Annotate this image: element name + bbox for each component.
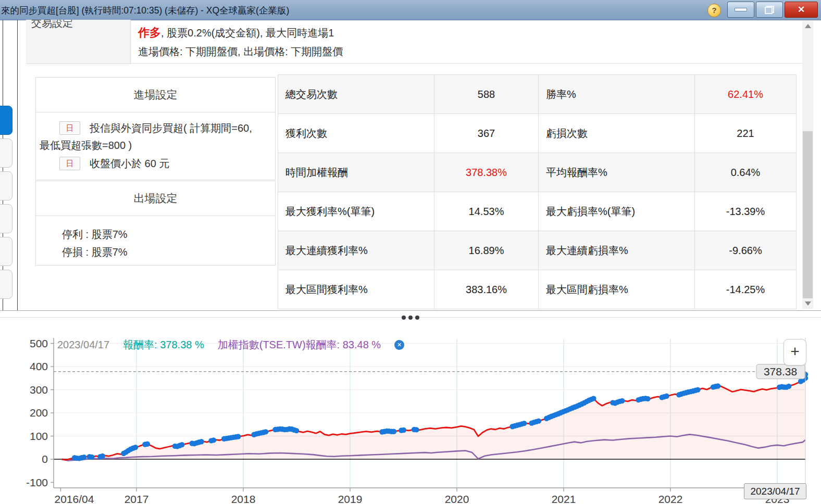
arrow-down-icon — [805, 301, 811, 306]
splitter-handle-icon[interactable] — [402, 316, 419, 320]
period-badge-daily: 日 — [59, 157, 80, 170]
svg-text:-100: -100 — [26, 476, 48, 488]
stat-label: 時間加權報酬 — [278, 153, 434, 192]
vertical-scrollbar[interactable] — [802, 21, 813, 309]
entry-condition-1: 日投信與外資同步買超( 計算期間=60, 最低買超張數=800 ) — [40, 120, 270, 154]
svg-text:2022: 2022 — [658, 493, 683, 504]
sidebar-tab-6[interactable] — [0, 270, 13, 299]
legend-date: 2023/04/17 — [57, 339, 109, 351]
sidebar-tab-2[interactable] — [0, 138, 13, 168]
exit-settings-panel: 出場設定 停利 : 股票7% 停損 : 股票7% — [35, 181, 276, 266]
stat-value: 367 — [434, 114, 539, 153]
stat-label: 最大連續獲利率% — [278, 231, 434, 270]
take-profit-rule: 停利 : 股票7% — [62, 225, 270, 243]
x-axis-cursor-label: 2023/04/17 — [744, 483, 806, 499]
scrollbar-thumb[interactable] — [803, 131, 813, 308]
entry-condition-1-text2: 最低買超張數=800 ) — [40, 137, 270, 154]
table-row: 最大區間獲利率% 383.16% 最大區間虧損率% -14.25% — [278, 270, 797, 309]
stat-value: -13.39% — [695, 192, 797, 231]
legend-return: 報酬率: 378.38 % — [123, 338, 204, 352]
stat-label: 最大區間虧損率% — [539, 270, 695, 309]
arrow-up-icon — [805, 24, 811, 28]
sidebar-tab-5[interactable] — [0, 237, 13, 266]
stop-loss-rule: 停損 : 股票7% — [62, 243, 270, 261]
minimize-icon — [735, 8, 747, 11]
backtest-stats-table: 總交易次數 588 勝率% 62.41% 獲利次數 367 虧損次數 221 時… — [278, 74, 797, 309]
trade-settings-line2: 進場價格: 下期開盤價, 出場價格: 下期開盤價 — [138, 45, 343, 59]
svg-text:200: 200 — [30, 407, 48, 419]
svg-text:2017: 2017 — [125, 493, 149, 504]
close-button[interactable]: ✕ — [785, 2, 818, 18]
entry-condition-1-text: 投信與外資同步買超( 計算期間=60, — [90, 122, 252, 134]
svg-text:300: 300 — [30, 384, 48, 396]
chart-legend: 2023/04/17 報酬率: 378.38 % 加權指數(TSE.TW)報酬率… — [57, 338, 404, 352]
window-title: 來的同步買超[台股] (執行時間:07:10:35) (未儲存) - XQ全球贏… — [1, 4, 289, 17]
legend-close-icon[interactable]: ✕ — [394, 340, 404, 350]
table-row: 獲利次數 367 虧損次數 221 — [278, 114, 797, 153]
entry-settings-title: 進場設定 — [36, 78, 275, 112]
scroll-down-button[interactable] — [802, 298, 813, 309]
stat-value: 378.38% — [434, 153, 539, 192]
table-row: 時間加權報酬 378.38% 平均報酬率% 0.64% — [278, 153, 797, 192]
period-badge-daily: 日 — [59, 121, 80, 135]
svg-text:2020: 2020 — [445, 493, 469, 504]
svg-text:2021: 2021 — [552, 493, 576, 504]
entry-condition-2-text: 收盤價小於 60 元 — [90, 158, 169, 169]
svg-text:2019: 2019 — [338, 493, 363, 504]
restore-button[interactable] — [756, 2, 783, 18]
panel-splitter[interactable] — [0, 310, 821, 325]
table-row: 總交易次數 588 勝率% 62.41% — [278, 75, 797, 114]
equity-curve-panel: 378.385004003002001000-1002016/042017201… — [0, 324, 821, 504]
entry-settings-panel: 進場設定 日投信與外資同步買超( 計算期間=60, 最低買超張數=800 ) 日… — [35, 77, 276, 180]
scroll-up-button[interactable] — [802, 21, 813, 31]
sidebar-tab-active[interactable] — [0, 106, 13, 135]
stat-value: -14.25% — [695, 270, 797, 309]
app-window: { "window": { "title": "來的同步買超[台股] (執行時間… — [0, 0, 821, 504]
svg-text:2016/04: 2016/04 — [54, 493, 94, 504]
svg-text:100: 100 — [30, 430, 48, 442]
stat-value: -9.66% — [695, 231, 797, 270]
window-controls: ✕ — [727, 2, 818, 18]
zoom-in-button[interactable]: + — [783, 339, 806, 366]
stat-value: 383.16% — [434, 270, 539, 309]
stat-label: 最大連續虧損率% — [539, 231, 695, 270]
table-row: 最大連續獲利率% 16.89% 最大連續虧損率% -9.66% — [278, 231, 797, 270]
svg-text:400: 400 — [30, 360, 48, 372]
svg-text:2018: 2018 — [231, 493, 256, 504]
stat-label: 總交易次數 — [278, 75, 434, 114]
entry-condition-2: 日收盤價小於 60 元 — [40, 155, 270, 172]
exit-rules: 停利 : 股票7% 停損 : 股票7% — [36, 216, 275, 269]
stat-value: 588 — [434, 75, 539, 114]
stat-label: 獲利次數 — [278, 114, 434, 153]
stat-label: 最大獲利率%(單筆) — [278, 192, 434, 231]
legend-benchmark: 加權指數(TSE.TW)報酬率: 83.48 % — [218, 338, 381, 352]
table-row: 最大獲利率%(單筆) 14.53% 最大虧損率%(單筆) -13.39% — [278, 192, 797, 231]
stat-label: 最大區間獲利率% — [278, 270, 434, 309]
close-icon: ✕ — [798, 4, 805, 15]
sidebar-tab-3[interactable] — [0, 171, 13, 200]
stat-label: 平均報酬率% — [539, 153, 695, 192]
titlebar: 來的同步買超[台股] (執行時間:07:10:35) (未儲存) - XQ全球贏… — [0, 0, 821, 20]
trade-settings-line1: 作多, 股票0.2%(成交金額), 最大同時進場1 — [138, 25, 334, 41]
svg-text:500: 500 — [30, 337, 48, 349]
trade-settings-line1-rest: , 股票0.2%(成交金額), 最大同時進場1 — [161, 27, 334, 39]
help-icon[interactable]: ? — [707, 4, 721, 17]
stat-value: 16.89% — [434, 231, 539, 270]
stat-label: 最大虧損率%(單筆) — [539, 192, 695, 231]
restore-icon — [765, 6, 774, 14]
stat-value: 14.53% — [434, 192, 539, 231]
stat-value: 221 — [695, 114, 797, 153]
trade-settings-label-cell: 交易設定 — [26, 20, 131, 64]
svg-text:0: 0 — [42, 453, 48, 465]
svg-text:378.38: 378.38 — [764, 366, 797, 377]
trade-settings-label: 交易設定 — [31, 20, 130, 30]
stat-label: 虧損次數 — [539, 114, 695, 153]
sidebar-tab-4[interactable] — [0, 204, 13, 233]
trade-direction: 作多 — [138, 26, 161, 39]
exit-settings-title: 出場設定 — [36, 181, 275, 216]
row-divider — [130, 63, 802, 64]
minimize-button[interactable] — [727, 2, 754, 18]
stat-label: 勝率% — [539, 75, 695, 114]
entry-conditions: 日投信與外資同步買超( 計算期間=60, 最低買超張數=800 ) 日收盤價小於… — [36, 112, 275, 182]
stat-value: 0.64% — [695, 153, 797, 192]
